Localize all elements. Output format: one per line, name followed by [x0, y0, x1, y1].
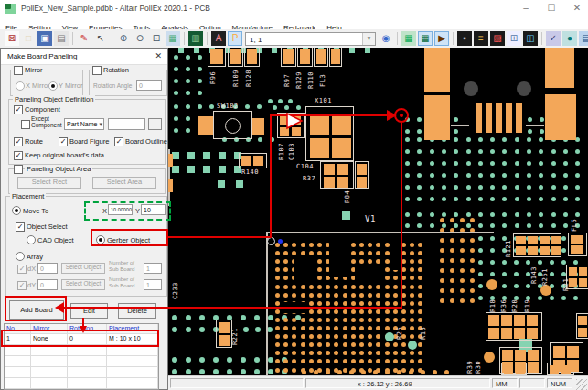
component-label: FL6: [571, 219, 578, 232]
table-row[interactable]: 1None0M : 10 x 10: [5, 334, 158, 345]
bga-ball: [351, 243, 356, 247]
bga-ball: [418, 285, 422, 289]
object-select-checkbox[interactable]: ✓: [16, 222, 25, 232]
move-to-radio[interactable]: [12, 206, 21, 215]
edit-button[interactable]: Edit: [70, 303, 108, 319]
via-dot: [478, 212, 483, 217]
pcb-pad: [551, 236, 561, 244]
close-button[interactable]: ✕: [565, 0, 588, 17]
select-cursor-icon[interactable]: ↖: [93, 31, 108, 46]
dx-checkbox[interactable]: ✓: [17, 265, 27, 274]
table-empty-row[interactable]: [5, 367, 158, 378]
maximize-button[interactable]: ☐: [540, 0, 563, 17]
select-area-button[interactable]: Select Area: [92, 177, 156, 189]
view-options-icon[interactable]: ◉: [379, 31, 393, 46]
route-view-icon[interactable]: ▨: [490, 31, 505, 46]
check-net-icon[interactable]: ●: [562, 31, 577, 46]
dy-select-object-button[interactable]: Select Object: [61, 279, 105, 290]
bga-ball: [351, 326, 356, 330]
add-board-button[interactable]: Add Board: [9, 300, 64, 320]
fit-view-icon[interactable]: ▦: [166, 31, 180, 46]
board-outline-checkbox[interactable]: ✓: [114, 137, 123, 146]
save-icon[interactable]: ▣: [37, 31, 52, 46]
grid-table-icon[interactable]: ⊞: [507, 31, 521, 46]
via-dot: [575, 161, 580, 166]
bga-ball: [393, 293, 398, 298]
component-label: R18: [489, 299, 497, 312]
bga-ball: [275, 342, 280, 347]
via-dot: [172, 369, 177, 374]
via-dot: [551, 161, 556, 166]
bga-ball: [385, 276, 390, 280]
net-view-icon[interactable]: ▪: [457, 31, 472, 46]
board-view-icon[interactable]: ▦: [401, 31, 416, 46]
cad-object-radio[interactable]: [27, 235, 36, 244]
paneling-object-area-checkbox[interactable]: [14, 165, 23, 174]
layer-select-combo[interactable]: 1, 1▼: [245, 32, 376, 46]
dx-field[interactable]: 0: [37, 263, 58, 274]
dy-subboard-field[interactable]: 1: [144, 279, 162, 290]
component-checkbox[interactable]: ✓: [14, 105, 23, 114]
check-drc-icon[interactable]: ✓: [546, 31, 561, 46]
select-rect-button[interactable]: Select Rect: [17, 177, 81, 189]
y-mirror-radio[interactable]: [48, 81, 58, 91]
component-label: R36: [500, 299, 508, 312]
table-empty-row[interactable]: [5, 345, 158, 356]
board-top-icon[interactable]: ▦: [418, 31, 433, 46]
bga-ball: [410, 251, 414, 255]
table-empty-row[interactable]: [5, 378, 158, 389]
via-dot: [227, 357, 232, 363]
pad-view-icon[interactable]: ◫: [523, 31, 538, 46]
board-list-table[interactable]: NoMirrorRotationPlacement1None0M : 10 x …: [4, 323, 159, 390]
application-window: PollEx_New_Sample.pdbb - Altair PollEx 2…: [0, 0, 588, 390]
zoom-out-icon[interactable]: ⊖: [133, 31, 147, 46]
check-doc-icon[interactable]: ▤: [579, 31, 588, 46]
layer-stack-icon[interactable]: ▥: [188, 31, 203, 46]
rotation-checkbox[interactable]: [92, 66, 102, 75]
browse-button[interactable]: ...: [148, 118, 162, 130]
array-radio[interactable]: [16, 252, 25, 261]
zoom-in-icon[interactable]: ⊕: [116, 31, 131, 46]
except-component-field[interactable]: [108, 118, 145, 130]
zoom-window-icon[interactable]: ⊡: [149, 31, 164, 46]
minimize-button[interactable]: –: [514, 0, 538, 17]
board-figure-checkbox[interactable]: ✓: [59, 137, 68, 146]
print-icon[interactable]: ▤: [54, 31, 69, 46]
bga-ball: [409, 370, 413, 374]
table-empty-row-cell: [31, 367, 68, 377]
redmark-pen-icon[interactable]: ✎: [77, 31, 91, 46]
bga-ball: [376, 259, 380, 264]
except-component-checkbox[interactable]: [21, 120, 30, 129]
mirror-checkbox[interactable]: [14, 66, 23, 75]
bga-ball: [410, 276, 414, 280]
dx-select-object-button[interactable]: Select Object: [61, 263, 105, 274]
dialog-close-icon[interactable]: ✕: [155, 51, 162, 60]
dx-subboard-field[interactable]: 1: [144, 263, 162, 274]
board-probe-icon[interactable]: ▶: [434, 31, 449, 46]
dialog-title-bar[interactable]: Make Board Paneling ✕: [1, 49, 167, 65]
open-folder-icon[interactable]: □: [21, 31, 36, 46]
delete-button[interactable]: Delete: [118, 303, 156, 319]
keep-original-checkbox[interactable]: ✓: [14, 151, 23, 160]
bga-ball: [317, 276, 322, 280]
rotation-angle-field[interactable]: 0: [136, 80, 162, 91]
resize-grip[interactable]: [576, 379, 587, 390]
dy-checkbox[interactable]: ✓: [17, 281, 27, 290]
x-mirror-radio[interactable]: [16, 81, 25, 91]
large-via-dot: [484, 352, 495, 363]
bga-ball: [401, 309, 406, 314]
route-checkbox[interactable]: ✓: [14, 137, 23, 146]
pcb-pad: [332, 114, 351, 135]
layer-view-icon[interactable]: ≡: [474, 31, 488, 46]
part-name-dropdown[interactable]: Part Name▾: [64, 118, 104, 130]
chevron-down-icon[interactable]: ▼: [362, 33, 375, 45]
dy-field[interactable]: 0: [37, 279, 58, 290]
pcb-view-icon[interactable]: P: [228, 31, 242, 46]
bga-ball: [401, 342, 406, 347]
pcb-pad: [488, 328, 499, 339]
table-empty-row[interactable]: [5, 356, 158, 367]
exit-icon[interactable]: ⊠: [5, 31, 19, 46]
pcb-analysis-icon[interactable]: A: [211, 31, 226, 46]
via-dot: [213, 357, 219, 363]
gerber-object-radio[interactable]: [96, 235, 105, 244]
